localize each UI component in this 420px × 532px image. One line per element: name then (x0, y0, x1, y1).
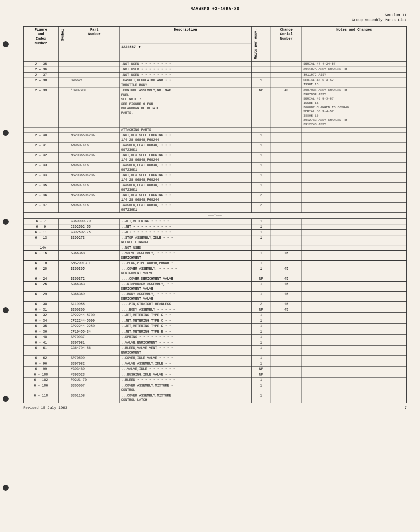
desc-arrow: ▼ (138, 45, 140, 49)
table-row: ATTACHING PARTS (24, 127, 407, 133)
cell-change (271, 261, 302, 266)
col-header-symbol: Symbol (58, 26, 69, 61)
cell-description: ..BLEED,VALVE VENT • • • • ENRICHMENT (119, 346, 251, 356)
cell-change (271, 127, 302, 133)
cell-symbol (58, 203, 69, 213)
cell-notes: 391107C ASSY (302, 72, 407, 78)
cell-symbol (58, 367, 69, 372)
cell-description: ..VALVE ASSEMBLY, • • • • • DERICHMENT (119, 251, 251, 261)
cell-symbol (58, 266, 69, 276)
cell-description: ..JET,METERING TYPE C • • (119, 318, 251, 324)
cell-symbol (58, 340, 69, 346)
cell-notes (302, 219, 407, 224)
table-row: 6 – 106S365667..COVER ASSEMBLY,MIXTURE •… (24, 383, 407, 393)
cell-units: NP (251, 307, 271, 313)
cell-figure: 2 – 38 (24, 78, 59, 88)
cell-symbol (58, 78, 69, 88)
cell-notes (302, 307, 407, 313)
cell-part: P92U1-70 (69, 378, 119, 383)
cell-description: ..SPRING • • • • • • • • • (119, 335, 251, 340)
cell-part: AN960-416 (69, 143, 119, 153)
cell-description: ..JET • • • • • • • • • • (119, 224, 251, 230)
side-dot (3, 219, 9, 225)
cell-description: ...VALVE,IDLE • • • • • • • (119, 367, 251, 372)
cell-units: 1 (251, 235, 271, 245)
cell-units: 1 (251, 340, 271, 346)
cell-units: 1 (251, 356, 271, 361)
side-dot (3, 307, 9, 313)
cell-notes (302, 261, 407, 266)
cell-change: 45 (271, 292, 302, 302)
cell-notes (302, 324, 407, 329)
cell-change (271, 183, 302, 193)
col-header-figure: FigureandIndexNumber (24, 26, 59, 61)
cell-symbol (58, 346, 69, 356)
cell-symbol (58, 356, 69, 361)
cell-description: .NOT USED • • • • • • • • (119, 61, 251, 67)
cell-change: 48 (271, 88, 302, 127)
cell-symbol (58, 219, 69, 224)
cell-units (251, 61, 271, 67)
cell-part: 396621 (69, 78, 119, 88)
cell-units: 1 (251, 378, 271, 383)
cell-part: SP70937 (69, 335, 119, 340)
cell-units: 1 (251, 173, 271, 183)
cell-part: CP22244-2250 (69, 324, 119, 329)
table-row: 6 – 11C392502-75..JET • • • • • • • • • … (24, 230, 407, 235)
cell-change (271, 67, 302, 73)
cell-figure: 2 – 44 (24, 173, 59, 183)
cell-change (271, 346, 302, 356)
table-row: 6 – 7C360909-70..JET,METERING • • • • •1 (24, 219, 407, 224)
cell-figure: 6 – 110 (24, 393, 59, 403)
cell-change (271, 193, 302, 203)
cell-symbol (58, 67, 69, 73)
cell-figure: 6 – 29 (24, 292, 59, 302)
side-dot (3, 130, 9, 136)
cell-units: 1 (251, 393, 271, 403)
cell-figure: 6 – 31 (24, 307, 59, 313)
cell-symbol (58, 324, 69, 329)
cell-change (271, 340, 302, 346)
footer-left: Revised 15 July 1963 (23, 406, 67, 410)
cell-figure: 2 – 35 (24, 61, 59, 67)
table-row: 6 – 20S366365...COVER ASSEMBLY, • • • • … (24, 266, 407, 276)
cell-part (69, 61, 119, 67)
table-header: FigureandIndexNumber Symbol PartNumber D… (24, 26, 407, 44)
table-row: 2 – 39*390793F.CONTROL ASSEMBLY,NO. 9AC … (24, 88, 407, 127)
cell-units: 1 (251, 224, 271, 230)
cell-change (271, 367, 302, 372)
cell-change (271, 356, 302, 361)
cell-change: 45 (271, 266, 302, 276)
table-row: 2 – 36.NOT USED • • • • • • • •391107A A… (24, 67, 407, 73)
side-decoration (3, 0, 9, 532)
cell-symbol (58, 282, 69, 292)
table-row: 6 – 36CP10455-34..JET,METERING TYPE B • … (24, 329, 407, 335)
section-title: Section II (23, 13, 407, 18)
divider-row: ---*--- (24, 213, 407, 219)
cell-part: *390793F (69, 88, 119, 127)
cell-description: ..STOP ASSEMBLY,IDLE • • • NEEDLE LINKAG… (119, 235, 251, 245)
cell-notes (302, 383, 407, 393)
cell-notes (302, 173, 407, 183)
cell-figure: 6 – 15 (24, 251, 59, 261)
cell-symbol (58, 393, 69, 403)
cell-description: .WASHER,FLAT 06840, • • • 907239K1 (119, 183, 251, 193)
cell-figure: 6 – 25 (24, 282, 59, 292)
cell-description: ..JET • • • • • • • • • • (119, 230, 251, 235)
cell-symbol (58, 383, 69, 393)
cell-notes (302, 153, 407, 163)
cell-part: S366368 (69, 251, 119, 261)
cell-units: NP (251, 276, 271, 282)
cell-units: NP (251, 367, 271, 372)
cell-symbol (58, 307, 69, 313)
cell-units (251, 127, 271, 133)
cell-figure: 2 – 42 (24, 153, 59, 163)
cell-notes (302, 340, 407, 346)
cell-change (271, 335, 302, 340)
cell-figure: 6 – 96 (24, 361, 59, 367)
cell-part: S366369 (69, 292, 119, 302)
cell-change (271, 143, 302, 153)
cell-figure: 6 – 18 (24, 261, 59, 266)
cell-units: 1 (251, 251, 271, 261)
cell-change (271, 203, 302, 213)
